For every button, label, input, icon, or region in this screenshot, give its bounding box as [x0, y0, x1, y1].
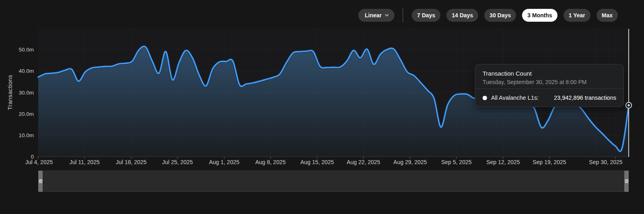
- range-button-7-days[interactable]: 7 Days: [412, 9, 440, 22]
- toolbar-divider: [402, 8, 403, 23]
- tooltip-title: Transaction Count: [483, 70, 616, 78]
- tooltip-date: Tuesday, September 30, 2025 at 8:00 PM: [483, 78, 616, 86]
- tooltip-series: All Avalanche L1s:: [483, 95, 539, 101]
- tooltip-series-row: All Avalanche L1s: 23,942,896 transactio…: [475, 88, 623, 107]
- scale-select-dropdown[interactable]: Linear: [358, 9, 394, 22]
- transactions-chart-panel: Linear 7 Days 14 Days 30 Days 3 Months 1…: [0, 0, 644, 214]
- brush-navigator-track[interactable]: [38, 171, 629, 192]
- time-range-group: 7 Days 14 Days 30 Days 3 Months 1 Year M…: [412, 9, 618, 22]
- tooltip-value: 23,942,896 transactions: [554, 95, 616, 101]
- chart-toolbar: Linear 7 Days 14 Days 30 Days 3 Months 1…: [358, 8, 618, 23]
- range-button-1-year[interactable]: 1 Year: [564, 9, 590, 22]
- brush-handle-left[interactable]: [38, 171, 43, 192]
- range-button-30-days[interactable]: 30 Days: [484, 9, 516, 22]
- brush-grip-icon: [39, 179, 42, 183]
- range-button-max[interactable]: Max: [597, 9, 618, 22]
- brush-grip-icon: [625, 179, 628, 183]
- series-bullet-icon: [483, 96, 487, 100]
- tooltip-header: Transaction Count Tuesday, September 30,…: [475, 64, 623, 86]
- chart-tooltip: Transaction Count Tuesday, September 30,…: [475, 64, 624, 107]
- chevron-down-icon: [384, 13, 389, 18]
- scale-select-label: Linear: [365, 12, 382, 19]
- brush-handle-right[interactable]: [624, 171, 629, 192]
- range-button-14-days[interactable]: 14 Days: [446, 9, 478, 22]
- range-button-3-months[interactable]: 3 Months: [522, 9, 557, 22]
- tooltip-series-label: All Avalanche L1s:: [491, 95, 539, 101]
